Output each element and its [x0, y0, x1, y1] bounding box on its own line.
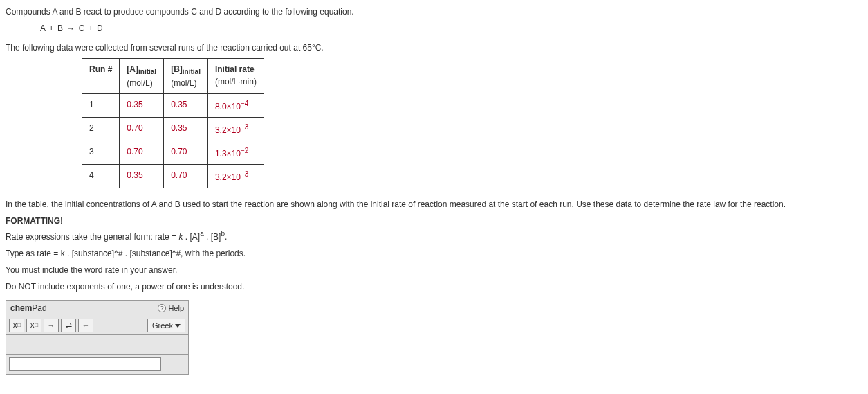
- chempad-display: [6, 335, 188, 355]
- greek-dropdown[interactable]: Greek: [147, 319, 185, 332]
- col-a: [A]initial (mol/L): [120, 59, 164, 94]
- table-row: 1 0.35 0.35 8.0×10−4: [82, 94, 264, 118]
- help-icon: ?: [158, 304, 166, 312]
- equation: A + B → C + D: [40, 22, 862, 35]
- chempad-brand: chemPad: [10, 302, 47, 314]
- chempad-header: chemPad ? Help: [6, 301, 188, 316]
- chempad-input[interactable]: [9, 357, 161, 371]
- kinetics-table: Run # [A]initial (mol/L) [B]initial (mol…: [82, 58, 264, 188]
- col-run: Run #: [82, 59, 120, 94]
- instructions: In the table, the initial concentrations…: [6, 198, 862, 211]
- chempad-widget: chemPad ? Help X□ X□ → ⇌ ← Greek: [6, 300, 189, 375]
- intro-line-1: Compounds A and B react to produce compo…: [6, 6, 862, 18]
- chevron-down-icon: [175, 324, 181, 328]
- formatting-title: FORMATTING!: [6, 215, 862, 227]
- table-row: 4 0.35 0.70 3.2×10−3: [82, 165, 264, 188]
- arrow-equilibrium-button[interactable]: ⇌: [61, 319, 76, 332]
- formatting-line-4: Do NOT include exponents of one, a power…: [6, 280, 862, 293]
- help-button[interactable]: ? Help: [158, 303, 184, 314]
- arrow-left-button[interactable]: ←: [78, 319, 93, 332]
- table-row: 2 0.70 0.35 3.2×10−3: [82, 118, 264, 141]
- table-row: 3 0.70 0.70 1.3×10−2: [82, 141, 264, 165]
- formatting-line-2: Type as rate = k . [substance]^# . [subs…: [6, 247, 862, 260]
- col-rate: Initial rate (mol/L·min): [207, 59, 264, 94]
- formatting-line-3: You must include the word rate in your a…: [6, 264, 862, 276]
- arrow-right-button[interactable]: →: [44, 319, 59, 332]
- chempad-toolbar: X□ X□ → ⇌ ← Greek: [6, 316, 188, 335]
- intro-line-2: The following data were collected from s…: [6, 42, 862, 54]
- superscript-button[interactable]: X□: [26, 319, 41, 332]
- subscript-button[interactable]: X□: [9, 319, 24, 332]
- formatting-line-1: Rate expressions take the general form: …: [6, 229, 862, 243]
- col-b: [B]initial (mol/L): [164, 59, 208, 94]
